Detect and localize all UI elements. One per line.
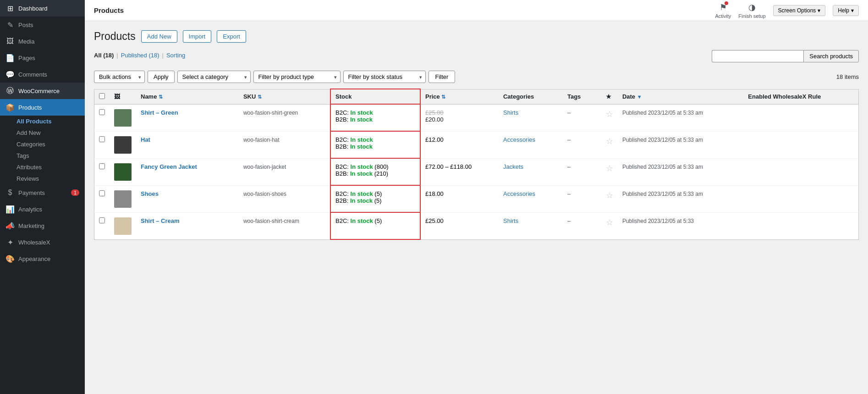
sidebar-item-pages[interactable]: 📄 Pages xyxy=(0,50,85,66)
stock-b2b-status: In stock xyxy=(350,170,373,177)
products-icon: 📦 xyxy=(5,103,15,112)
activity-icon-wrap: ⚑ xyxy=(720,2,727,12)
product-category[interactable]: Shirts xyxy=(503,217,518,224)
product-category[interactable]: Jackets xyxy=(503,163,523,170)
search-products-button[interactable]: Search products xyxy=(803,50,859,62)
import-button[interactable]: Import xyxy=(183,30,212,43)
help-arrow: ▾ xyxy=(851,7,854,14)
attributes-label: Attributes xyxy=(16,164,42,171)
search-input[interactable] xyxy=(712,50,803,62)
sidebar-item-categories[interactable]: Categories xyxy=(16,139,85,150)
category-select[interactable]: Select a category xyxy=(177,71,251,83)
stock-b2b-status: In stock xyxy=(350,197,373,204)
th-date[interactable]: Date ▼ xyxy=(618,89,743,104)
sidebar-item-attributes[interactable]: Attributes xyxy=(16,161,85,173)
stock-b2c: B2C: In stock (5) xyxy=(335,217,415,224)
stock-status-select[interactable]: Filter by stock status xyxy=(343,71,426,83)
row-checkbox[interactable] xyxy=(99,217,105,223)
col-categories-label: Categories xyxy=(503,93,534,100)
stock-b2b-qty: (210) xyxy=(374,170,388,177)
featured-star[interactable]: ☆ xyxy=(606,191,613,200)
help-button[interactable]: Help ▾ xyxy=(833,5,859,16)
sidebar-item-posts[interactable]: ✎ Posts xyxy=(0,17,85,33)
col-price-label: Price xyxy=(425,93,440,100)
sidebar-item-products[interactable]: 📦 Products xyxy=(0,99,85,116)
featured-star-icon: ★ xyxy=(606,93,611,100)
row-checkbox[interactable] xyxy=(99,109,105,115)
activity-button[interactable]: ⚑ Activity xyxy=(715,2,731,19)
products-table: 🖼 Name ⇅ SKU ⇅ Stock Price xyxy=(94,89,859,240)
price-sort-arrow: ⇅ xyxy=(441,94,445,100)
product-type-select-wrap: Filter by product type xyxy=(253,71,341,83)
sidebar-item-add-new[interactable]: Add New xyxy=(16,127,85,139)
product-thumbnail xyxy=(114,136,132,154)
stock-b2c: B2C: In stock (800) xyxy=(335,163,415,170)
featured-star[interactable]: ☆ xyxy=(606,110,613,119)
sidebar-item-analytics[interactable]: 📊 Analytics xyxy=(0,201,85,217)
sidebar-item-wholesalex[interactable]: ✦ WholesaleX xyxy=(0,234,85,250)
filter-button[interactable]: Filter xyxy=(429,71,456,83)
row-checkbox[interactable] xyxy=(99,163,105,169)
table-row: Shoeswoo-fasion-shoesB2C: In stock (5)B2… xyxy=(94,185,859,212)
sidebar-item-appearance[interactable]: 🎨 Appearance xyxy=(0,250,85,267)
sidebar-item-label: Comments xyxy=(18,71,47,78)
select-all-checkbox[interactable] xyxy=(99,93,105,99)
page-title: Products xyxy=(94,30,136,43)
product-category[interactable]: Accessories xyxy=(503,190,535,197)
featured-star[interactable]: ☆ xyxy=(606,137,613,146)
sidebar-item-tags[interactable]: Tags xyxy=(16,150,85,161)
product-name-link[interactable]: Fancy Green Jacket xyxy=(141,163,197,170)
product-price-original: £25.00 xyxy=(425,109,494,116)
featured-star[interactable]: ☆ xyxy=(606,218,613,227)
product-name-link[interactable]: Hat xyxy=(141,136,150,143)
sidebar-item-comments[interactable]: 💬 Comments xyxy=(0,66,85,83)
th-name[interactable]: Name ⇅ xyxy=(136,89,239,104)
sidebar: ⊞ Dashboard ✎ Posts 🖼 Media 📄 Pages 💬 Co… xyxy=(0,0,85,394)
stock-b2b: B2B: In stock xyxy=(335,143,415,150)
sidebar-item-payments[interactable]: $ Payments 1 xyxy=(0,184,85,201)
product-price: £18.00 xyxy=(425,190,444,197)
export-button[interactable]: Export xyxy=(217,30,246,43)
payments-badge: 1 xyxy=(71,189,79,196)
th-sku[interactable]: SKU ⇅ xyxy=(239,89,330,104)
row-checkbox[interactable] xyxy=(99,190,105,196)
sidebar-item-dashboard[interactable]: ⊞ Dashboard xyxy=(0,0,85,17)
sidebar-item-label: WholesaleX xyxy=(18,239,50,246)
finish-setup-button[interactable]: ◑ Finish setup xyxy=(738,2,765,19)
product-type-select[interactable]: Filter by product type xyxy=(253,71,341,83)
product-category[interactable]: Accessories xyxy=(503,136,535,143)
product-name-link[interactable]: Shoes xyxy=(141,190,159,197)
sidebar-item-reviews[interactable]: Reviews xyxy=(16,173,85,184)
tab-sorting[interactable]: Sorting xyxy=(166,52,185,59)
stock-b2b-label: B2B: xyxy=(335,143,348,150)
sidebar-item-media[interactable]: 🖼 Media xyxy=(0,33,85,50)
add-new-button[interactable]: Add New xyxy=(141,30,177,43)
product-name-link[interactable]: Shirt – Green xyxy=(141,109,178,116)
stock-b2c-qty: (5) xyxy=(374,190,382,197)
screen-options-arrow: ▾ xyxy=(818,7,820,14)
tab-all[interactable]: All (18) xyxy=(94,52,114,59)
product-category[interactable]: Shirts xyxy=(503,109,518,116)
sidebar-item-label: Marketing xyxy=(18,222,44,229)
th-wholesale: Enabled WholesaleX Rule xyxy=(743,89,858,104)
apply-button[interactable]: Apply xyxy=(148,71,175,83)
product-price-sale: £20.00 xyxy=(425,116,494,123)
col-sku-label: SKU xyxy=(243,93,256,100)
product-thumbnail xyxy=(114,190,132,208)
sidebar-item-all-products[interactable]: All Products xyxy=(16,116,85,127)
analytics-icon: 📊 xyxy=(5,205,15,214)
bulk-actions-select[interactable]: Bulk actions xyxy=(94,71,145,83)
col-date-label: Date xyxy=(622,93,635,100)
stock-b2c-label: B2C: xyxy=(335,163,349,170)
product-wholesale-rule xyxy=(743,212,858,239)
sidebar-item-woocommerce[interactable]: Ⓦ WooCommerce xyxy=(0,83,85,99)
product-name-link[interactable]: Shirt – Cream xyxy=(141,217,180,224)
sidebar-item-marketing[interactable]: 📣 Marketing xyxy=(0,217,85,234)
row-checkbox[interactable] xyxy=(99,136,105,142)
product-price: £12.00 xyxy=(425,136,444,143)
screen-options-button[interactable]: Screen Options ▾ xyxy=(773,5,826,16)
product-date: Published 2023/12/05 at 5:33 am xyxy=(622,191,703,197)
tab-published[interactable]: Published (18) xyxy=(121,52,159,59)
th-price[interactable]: Price ⇅ xyxy=(420,89,499,104)
featured-star[interactable]: ☆ xyxy=(606,164,613,173)
